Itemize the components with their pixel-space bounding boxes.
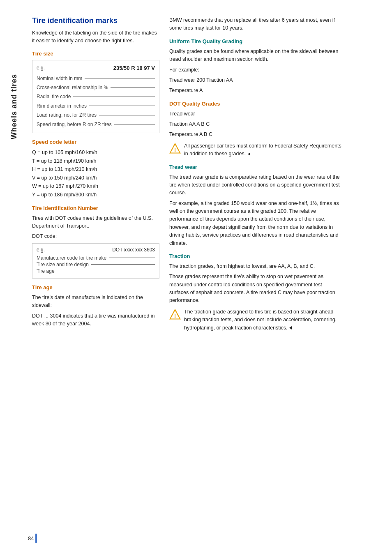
utqg-text4: Temperature A (169, 87, 342, 94)
main-content: Tire identification marks Knowledge of t… (28, 0, 392, 555)
tire-size-row-5: Speed rating, before R on ZR tires (37, 120, 155, 129)
tire-age-text1: The tire's date of manufacture is indica… (32, 294, 159, 310)
triangle-symbol-2 (289, 326, 292, 329)
tin-heading: Tire Identification Number (32, 205, 159, 211)
triangle-symbol-1 (248, 152, 250, 156)
utqg-heading: Uniform Tire Quality Grading (169, 38, 342, 44)
page-bar (35, 534, 37, 543)
speed-code-item-3: V = up to 150 mph/240 km/h (32, 174, 159, 182)
tire-size-row-label-0: Nominal width in mm (37, 74, 82, 83)
sidebar-label: Wheels and tires (10, 74, 18, 139)
traction-heading: Traction (169, 253, 342, 259)
tire-size-diagram: e.g. 235/50 R 18 97 V Nominal width in m… (32, 60, 159, 133)
svg-text:!: ! (174, 313, 176, 319)
dot-row-1: Tire size and tire design (37, 262, 155, 267)
tread-wear-text2: For example, a tire graded 150 would wea… (169, 200, 342, 247)
page-title: Tire identification marks (32, 16, 159, 25)
tire-size-row-3: Rim diameter in inches (37, 102, 155, 110)
tire-size-eg-label: e.g. (37, 64, 45, 72)
speed-code-item-2: H = up to 131 mph/210 km/h (32, 165, 159, 174)
utqg-text1: Quality grades can be found where applic… (169, 48, 342, 64)
utqg-text3: Tread wear 200 Traction AA (169, 76, 342, 84)
dot-row-0: Manufacturer code for tire make (37, 255, 155, 261)
traction-text2: Those grades represent the tire’s abilit… (169, 273, 342, 305)
dot-grades-heading: DOT Quality Grades (169, 101, 342, 107)
tire-size-row-0: Nominal width in mm (37, 74, 155, 83)
dot-row-2: Tire age (37, 268, 155, 274)
tin-text1: Tires with DOT codes meet the guidelines… (32, 214, 159, 230)
traction-text1: The traction grades, from highest to low… (169, 263, 342, 270)
tire-size-eg-value: 235/50 R 18 97 V (113, 64, 155, 73)
bmw-text: BMW recommends that you replace all tire… (169, 16, 342, 32)
dot-row-label-0: Manufacturer code for tire make (37, 255, 106, 261)
dot-eg-label: e.g. (37, 247, 45, 253)
intro-text: Knowledge of the labeling on the side of… (32, 29, 159, 45)
tire-age-text2: DOT ... 3004 indicates that a tire was m… (32, 312, 159, 328)
warning1-text: All passenger car tires must conform to … (184, 142, 342, 158)
tire-size-row-label-4: Load rating, not for ZR tires (37, 111, 97, 119)
dot-diagram: e.g. DOT xxxx xxx 3603 Manufacturer code… (32, 243, 159, 279)
right-column: BMW recommends that you replace all tire… (169, 16, 342, 539)
warning-icon-2: ! (169, 309, 181, 320)
speed-code-item-0: Q = up to 105 mph/160 km/h (32, 148, 159, 157)
speed-code-item-1: T = up to 118 mph/190 km/h (32, 157, 159, 166)
page-footer: 84 (28, 534, 37, 543)
speed-code-list: Q = up to 105 mph/160 km/h T = up to 118… (32, 148, 159, 199)
tire-size-row-label-5: Speed rating, before R on ZR tires (37, 120, 112, 129)
utqg-text2: For example: (169, 66, 342, 74)
speed-code-item-4: W = up to 167 mph/270 km/h (32, 182, 159, 191)
dot-grade-0: Tread wear (169, 110, 342, 118)
dot-eg-value: DOT xxxx xxx 3603 (112, 247, 155, 253)
tire-size-row-label-2: Radial tire code (37, 92, 71, 101)
tire-size-row-label-1: Cross-sectional relationship in % (37, 83, 108, 92)
dot-row-label-2: Tire age (37, 268, 55, 274)
svg-text:!: ! (174, 147, 176, 153)
tire-size-row-4: Load rating, not for ZR tires (37, 111, 155, 119)
tire-age-heading: Tire age (32, 284, 159, 290)
left-column: Tire identification marks Knowledge of t… (32, 16, 159, 539)
dot-label: DOT code: (32, 233, 159, 240)
dot-grade-1: Traction AA A B C (169, 120, 342, 128)
dot-row-label-1: Tire size and tire design (37, 262, 89, 267)
tire-size-row-1: Cross-sectional relationship in % (37, 83, 155, 92)
page-number: 84 (28, 535, 35, 541)
warning-icon-1: ! (169, 143, 181, 154)
tire-size-row-2: Radial tire code (37, 92, 155, 101)
speed-code-item-5: Y = up to 186 mph/300 km/h (32, 191, 159, 199)
tread-wear-text1: The tread wear grade is a comparative ra… (169, 173, 342, 197)
page: Wheels and tires Tire identification mar… (0, 0, 392, 555)
tire-size-heading: Tire size (32, 51, 159, 57)
dot-grade-2: Temperature A B C (169, 131, 342, 138)
sidebar: Wheels and tires (0, 0, 28, 555)
tread-wear-heading: Tread wear (169, 164, 342, 170)
tire-size-row-label-3: Rim diameter in inches (37, 102, 87, 110)
warning2-text: The traction grade assigned to this tire… (184, 308, 342, 332)
speed-code-heading: Speed code letter (32, 139, 159, 145)
warning-box-2: ! The traction grade assigned to this ti… (169, 308, 342, 332)
warning-box-1: ! All passenger car tires must conform t… (169, 142, 342, 158)
